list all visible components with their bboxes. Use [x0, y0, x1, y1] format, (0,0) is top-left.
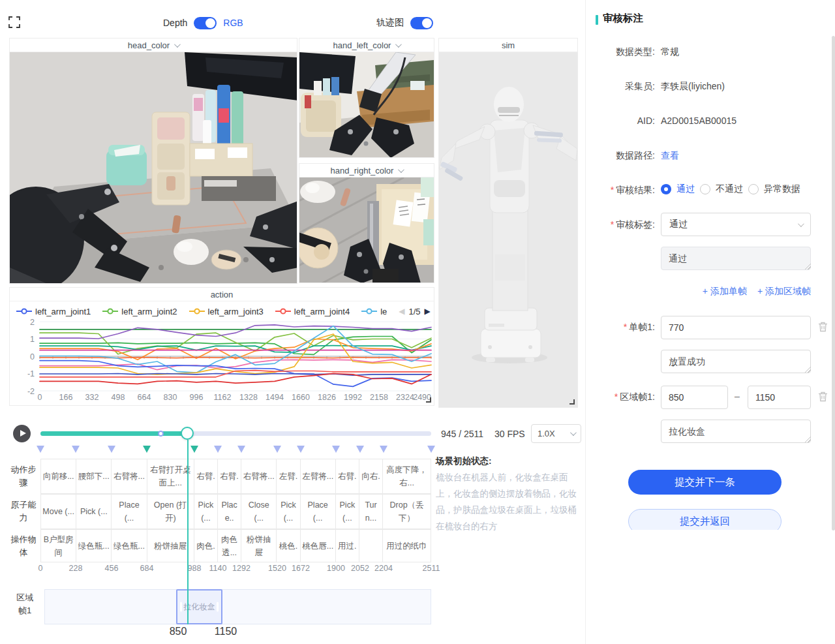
- legend-marker-icon: [275, 308, 291, 314]
- timeline-marker[interactable]: [380, 446, 387, 453]
- timeline-marker[interactable]: [356, 446, 364, 453]
- hand-right-camera-header[interactable]: hand_right_color: [299, 164, 434, 177]
- table-row-cells: Move (...Pick (...Place (...Open (打开)Pic…: [40, 494, 431, 529]
- single-frame-dot[interactable]: [158, 431, 164, 437]
- svg-text:0: 0: [38, 393, 42, 402]
- table-cell: 右臂将...: [112, 459, 147, 493]
- legend-pager: ◀ 1/5 ▶: [399, 307, 431, 316]
- timeline-marker-accent[interactable]: [190, 446, 198, 453]
- radio-icon[interactable]: [700, 184, 710, 194]
- table-cell: Place..: [218, 495, 241, 529]
- fullscreen-icon[interactable]: [8, 16, 20, 28]
- hand-left-camera-header[interactable]: hand_left_color: [299, 38, 434, 52]
- timeline-slider[interactable]: [40, 431, 431, 436]
- legend-item[interactable]: left_arm_joint3: [189, 307, 264, 316]
- table-cell: 高度下降，右...: [383, 459, 431, 493]
- submit-next-button[interactable]: 提交并下一条: [628, 470, 782, 495]
- region-frame-note[interactable]: 拉化妆盒: [661, 420, 811, 443]
- svg-text:2158: 2158: [370, 393, 388, 402]
- toggle-knob: [422, 18, 432, 28]
- legend-label: left_arm_joint3: [208, 307, 264, 316]
- radio-selected-icon[interactable]: [661, 184, 671, 194]
- legend-prev-icon[interactable]: ◀: [399, 307, 404, 316]
- region-end-input[interactable]: [748, 386, 811, 409]
- timeline-marker[interactable]: [273, 446, 281, 453]
- resize-handle-icon[interactable]: [569, 399, 575, 405]
- scene-title: 场景初始状态:: [436, 455, 584, 467]
- legend-item[interactable]: left_arm_joint1: [16, 307, 91, 316]
- segment-left-handle[interactable]: [180, 602, 182, 612]
- timeline-marker[interactable]: [108, 446, 115, 453]
- single-frame-input[interactable]: [661, 316, 811, 339]
- table-row-label: 原子能力: [9, 494, 38, 529]
- chevron-down-icon: [398, 166, 404, 173]
- sim-viewport[interactable]: [439, 52, 577, 407]
- legend-marker-icon: [189, 308, 205, 314]
- submit-back-button[interactable]: 提交并返回: [628, 509, 782, 530]
- slider-handle[interactable]: [181, 427, 194, 440]
- head-camera-header[interactable]: head_color: [10, 38, 297, 52]
- single-frame-label: *单帧1:: [586, 322, 655, 333]
- timeline-marker-accent[interactable]: [143, 446, 151, 453]
- table-cell: 桃色.: [277, 530, 300, 562]
- panel-title: 审核标注: [603, 12, 643, 25]
- legend-next-icon[interactable]: ▶: [425, 307, 431, 316]
- trajectory-toggle-group: 轨迹图: [376, 16, 433, 29]
- timeline-marker[interactable]: [427, 446, 435, 453]
- table-cell: Close (...: [241, 495, 277, 529]
- action-chart-title: action: [211, 290, 234, 299]
- review-result-option[interactable]: 通过: [661, 183, 695, 195]
- annotation-review-app: Depth RGB 轨迹图 head_color: [0, 0, 835, 644]
- delete-single-frame-icon[interactable]: [818, 322, 828, 332]
- region-segment[interactable]: 拉化妆盒: [176, 589, 222, 624]
- table-cell: 右臂将...: [241, 459, 277, 493]
- resize-handle-icon[interactable]: [426, 397, 431, 403]
- review-tag-select[interactable]: 通过: [661, 213, 811, 236]
- playhead-line[interactable]: [187, 440, 189, 624]
- add-region-frame-link[interactable]: + 添加区域帧: [757, 286, 811, 298]
- range-dash: –: [735, 391, 740, 401]
- segment-right-handle[interactable]: [217, 602, 219, 612]
- action-chart-panel: action left_arm_joint1left_arm_joint2lef…: [9, 287, 434, 406]
- svg-text:1992: 1992: [344, 393, 362, 402]
- timeline-marker[interactable]: [237, 446, 245, 453]
- add-frame-links: + 添加单帧 + 添加区域帧: [661, 286, 811, 298]
- delete-region-frame-icon[interactable]: [818, 391, 828, 402]
- timeline-marker[interactable]: [37, 446, 44, 453]
- timeline-marker[interactable]: [297, 446, 305, 453]
- review-tag-note[interactable]: 通过: [661, 247, 811, 270]
- review-result-option[interactable]: 不通过: [700, 183, 743, 195]
- table-cell: 用过.: [336, 530, 359, 562]
- aid-value: A2D0015AB00015: [661, 115, 736, 126]
- play-button[interactable]: [13, 425, 31, 442]
- single-frame-note[interactable]: 放置成功: [661, 350, 811, 373]
- legend-item[interactable]: left_arm_joint4: [275, 307, 350, 316]
- review-tag-value: 通过: [669, 219, 688, 230]
- required-asterisk: *: [611, 219, 614, 230]
- add-single-frame-link[interactable]: + 添加单帧: [703, 286, 747, 298]
- timeline-marker[interactable]: [214, 446, 222, 453]
- depth-rgb-toggle[interactable]: [194, 17, 217, 29]
- svg-text:1660: 1660: [292, 393, 310, 402]
- sim-header: sim: [439, 38, 577, 52]
- panel-scrollbar[interactable]: [832, 36, 835, 530]
- svg-text:1162: 1162: [214, 393, 232, 402]
- region-frame-track[interactable]: 拉化妆盒: [44, 589, 431, 624]
- timeline-marker[interactable]: [332, 446, 340, 453]
- speed-select[interactable]: 1.0X: [531, 424, 581, 443]
- axis-tick-label: 1900: [327, 564, 345, 573]
- table-cell: Turn...: [359, 495, 383, 529]
- data-path-link[interactable]: 查看: [661, 150, 679, 162]
- timeline-marker[interactable]: [72, 446, 80, 453]
- legend-item[interactable]: le: [361, 307, 387, 316]
- data-type-value: 常规: [661, 46, 679, 58]
- axis-tick-label: 2204: [374, 564, 393, 573]
- head-camera-image: [10, 52, 297, 283]
- trajectory-toggle[interactable]: [410, 17, 433, 29]
- table-cell: Pick (...: [76, 495, 112, 529]
- legend-item[interactable]: left_arm_joint2: [102, 307, 177, 316]
- radio-icon[interactable]: [748, 184, 759, 194]
- axis-tick-label: 1672: [292, 564, 310, 573]
- review-result-option[interactable]: 异常数据: [748, 183, 800, 195]
- region-start-input[interactable]: [661, 386, 728, 409]
